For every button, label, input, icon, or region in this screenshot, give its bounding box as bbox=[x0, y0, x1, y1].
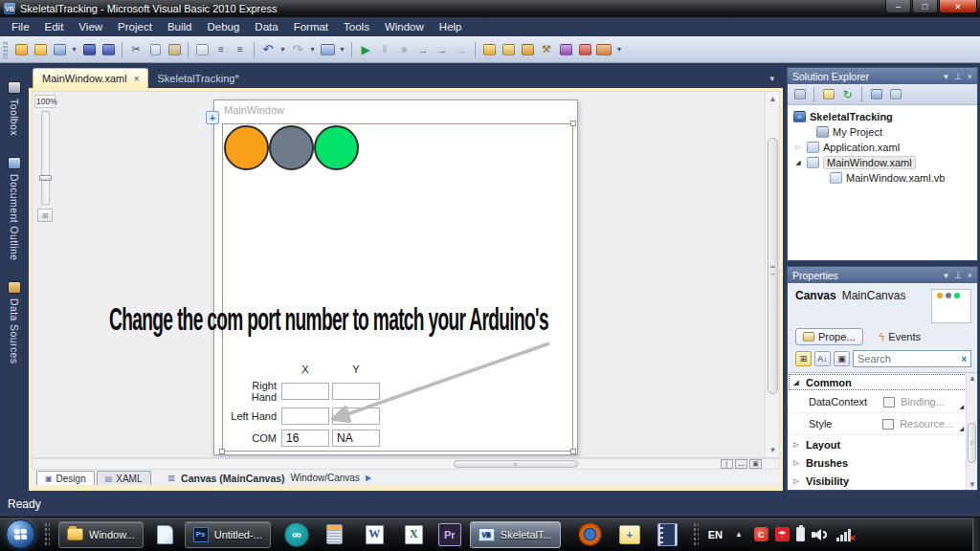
undo-icon[interactable]: ↶ bbox=[259, 41, 277, 58]
menu-window[interactable]: Window bbox=[377, 18, 432, 35]
stop-icon[interactable]: ■ bbox=[395, 41, 412, 58]
properties-page-icon[interactable] bbox=[791, 87, 808, 102]
collapse-icon[interactable]: ▷ bbox=[793, 143, 803, 151]
property-row-style[interactable]: Style Resource... ◢ bbox=[788, 413, 977, 435]
resize-handle[interactable] bbox=[570, 449, 576, 454]
open-file-icon[interactable] bbox=[32, 41, 49, 58]
save-icon[interactable] bbox=[80, 41, 98, 58]
premiere-icon[interactable]: Pr bbox=[438, 523, 461, 546]
horizontal-scroll-thumb[interactable]: ≡ bbox=[454, 460, 578, 468]
right-hand-y-field[interactable] bbox=[332, 383, 380, 400]
network-icon[interactable]: × bbox=[836, 527, 853, 541]
resize-handle[interactable] bbox=[570, 121, 576, 126]
step-out-icon[interactable]: → bbox=[453, 41, 470, 58]
search-input[interactable] bbox=[858, 353, 939, 364]
tab-events[interactable]: ϟ Events bbox=[873, 329, 927, 344]
pin-icon[interactable]: ⊥ bbox=[954, 72, 962, 81]
tab-mainwindow-xaml[interactable]: MainWindow.xaml × bbox=[33, 68, 148, 88]
cut-icon[interactable]: ✂ bbox=[127, 41, 145, 58]
taskbar-button-photoshop[interactable]: Ps Untitled-... bbox=[185, 521, 271, 548]
menu-help[interactable]: Help bbox=[432, 18, 470, 35]
tab-close-icon[interactable]: × bbox=[134, 74, 140, 84]
collapse-icon[interactable]: ▷ bbox=[791, 477, 801, 485]
arduino-icon[interactable]: ∞ bbox=[284, 522, 309, 547]
panel-menu-icon[interactable]: ▾ bbox=[944, 72, 948, 81]
maximize-button[interactable]: □ bbox=[912, 0, 938, 13]
solution-explorer-header[interactable]: Solution Explorer ▾ ⊥ × bbox=[788, 68, 977, 84]
section-layout[interactable]: ▷ Layout bbox=[788, 435, 977, 453]
avira-tray-icon[interactable]: ☂ bbox=[775, 527, 790, 541]
properties-window-icon[interactable] bbox=[500, 41, 517, 58]
word-icon[interactable]: W bbox=[366, 525, 384, 544]
photo-viewer-icon[interactable]: + bbox=[619, 525, 640, 544]
categorized-icon[interactable]: ⊞ bbox=[795, 351, 812, 366]
menu-edit[interactable]: Edit bbox=[37, 18, 72, 35]
left-hand-y-field[interactable] bbox=[332, 408, 380, 425]
navigate-icon[interactable] bbox=[319, 41, 336, 58]
menu-format[interactable]: Format bbox=[286, 18, 336, 35]
step-over-icon[interactable]: → bbox=[434, 41, 451, 58]
com-na-field[interactable] bbox=[332, 430, 380, 447]
show-hidden-icons[interactable]: ▲ bbox=[735, 530, 743, 539]
breadcrumb-path[interactable]: Window/Canvas bbox=[291, 473, 360, 483]
zoom-slider[interactable] bbox=[41, 111, 50, 205]
toolbar-overflow-icon[interactable]: ▾ bbox=[614, 41, 624, 58]
refresh-icon[interactable]: ↻ bbox=[839, 87, 856, 102]
filter-icon[interactable]: ▣ bbox=[834, 351, 850, 366]
close-button[interactable]: × bbox=[939, 0, 977, 13]
search-clear-icon[interactable]: × bbox=[961, 354, 967, 364]
uncomment-icon[interactable]: ≡ bbox=[232, 41, 249, 58]
save-all-icon[interactable] bbox=[100, 41, 117, 58]
expand-pane-button[interactable]: ▣ bbox=[749, 459, 762, 469]
firefox-icon[interactable] bbox=[578, 522, 602, 546]
expand-icon[interactable]: ◢ bbox=[791, 379, 801, 386]
tab-list-dropdown-icon[interactable]: ▾ bbox=[769, 74, 774, 83]
navigate-dropdown-icon[interactable]: ▾ bbox=[338, 41, 346, 58]
minimize-button[interactable]: – bbox=[885, 0, 911, 13]
calculator-icon[interactable] bbox=[326, 524, 343, 544]
tree-item-my-project[interactable]: My Project bbox=[788, 124, 977, 140]
solution-explorer-icon[interactable] bbox=[480, 41, 498, 58]
command-window-icon[interactable] bbox=[595, 41, 612, 58]
view-designer-icon[interactable] bbox=[887, 87, 903, 102]
copy-icon[interactable] bbox=[146, 41, 164, 58]
language-indicator[interactable]: EN bbox=[708, 529, 723, 540]
property-value[interactable]: Resource... bbox=[900, 418, 953, 430]
battery-icon[interactable] bbox=[796, 527, 805, 541]
tree-item-application-xaml[interactable]: ▷ Application.xaml bbox=[788, 140, 977, 155]
tab-xaml[interactable]: ▤ XAML bbox=[97, 471, 151, 485]
taskbar-button-explorer[interactable]: Window... bbox=[58, 521, 144, 548]
add-item-dropdown-icon[interactable]: ▾ bbox=[70, 41, 78, 58]
comment-icon[interactable]: ≡ bbox=[212, 41, 230, 58]
object-browser-icon[interactable] bbox=[519, 41, 536, 58]
properties-scrollbar[interactable]: ▲ ≡ ▼ bbox=[966, 373, 977, 490]
menu-tools[interactable]: Tools bbox=[336, 18, 377, 35]
tab-properties[interactable]: Prope... bbox=[795, 328, 863, 345]
breadcrumb-arrow-icon[interactable]: ▶ bbox=[366, 474, 371, 482]
tab-design[interactable]: ▣ Design bbox=[36, 471, 95, 485]
pin-icon[interactable]: ⊥ bbox=[954, 271, 962, 280]
section-brushes[interactable]: ▷ Brushes bbox=[788, 453, 977, 472]
ellipse-green[interactable] bbox=[314, 125, 359, 170]
sidebar-tab-toolbox[interactable]: Toolbox bbox=[3, 78, 26, 141]
scroll-up-icon[interactable]: ▲ bbox=[967, 373, 977, 384]
ellipse-gray[interactable] bbox=[269, 125, 314, 170]
excel-icon[interactable]: X bbox=[405, 525, 423, 544]
property-value[interactable]: Binding... bbox=[901, 396, 945, 408]
paste-icon[interactable] bbox=[166, 41, 183, 58]
sidebar-tab-data-sources[interactable]: Data Sources bbox=[3, 278, 26, 368]
breadcrumb-selected[interactable]: Canvas (MainCanvas) bbox=[181, 473, 285, 484]
menu-build[interactable]: Build bbox=[160, 18, 200, 35]
add-item-icon[interactable] bbox=[51, 41, 68, 58]
start-debugging-icon[interactable]: ▶ bbox=[357, 41, 374, 58]
scroll-up-icon[interactable]: ▲ bbox=[766, 92, 780, 106]
vertical-scroll-thumb[interactable] bbox=[768, 138, 778, 394]
advanced-options-icon[interactable]: ◢ bbox=[959, 403, 964, 412]
menu-project[interactable]: Project bbox=[110, 18, 160, 35]
toolbox-window-icon[interactable]: ⚒ bbox=[538, 41, 555, 58]
properties-scroll-thumb[interactable]: ≡ bbox=[968, 423, 976, 463]
movie-maker-icon[interactable] bbox=[657, 523, 678, 546]
start-button[interactable] bbox=[6, 519, 35, 549]
resize-handle[interactable] bbox=[219, 449, 225, 454]
right-hand-x-field[interactable] bbox=[281, 383, 329, 400]
